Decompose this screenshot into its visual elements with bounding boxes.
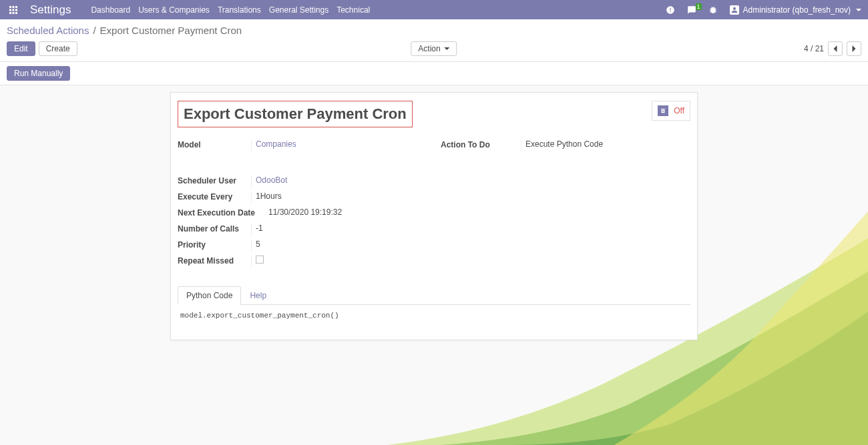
python-code: model.export_customer_payment_cron() bbox=[178, 305, 690, 326]
top-nav: Settings Dashboard Users & Companies Tra… bbox=[0, 0, 868, 19]
svg-rect-0 bbox=[9, 6, 11, 8]
svg-rect-3 bbox=[9, 9, 11, 11]
action-label: Action bbox=[418, 44, 440, 53]
app-title[interactable]: Settings bbox=[30, 3, 71, 17]
pager-text: 4 / 21 bbox=[804, 44, 824, 53]
pager-prev[interactable] bbox=[828, 41, 843, 56]
status-bar: Run Manually bbox=[0, 62, 868, 85]
svg-rect-1 bbox=[13, 6, 15, 8]
control-bar: Scheduled Actions / Export Customer Paym… bbox=[0, 19, 868, 62]
create-button[interactable]: Create bbox=[39, 41, 77, 56]
label-execute-every: Execute Every bbox=[178, 191, 251, 201]
nav-links: Dashboard Users & Companies Translations… bbox=[91, 5, 370, 15]
svg-rect-7 bbox=[13, 12, 15, 14]
tabs: Python Code Help bbox=[178, 286, 690, 305]
user-label: Administrator (qbo_fresh_nov) bbox=[743, 5, 851, 15]
value-priority: 5 bbox=[251, 240, 690, 252]
edit-button[interactable]: Edit bbox=[7, 41, 35, 56]
svg-rect-6 bbox=[9, 12, 11, 14]
caret-down-icon bbox=[856, 9, 861, 11]
label-model: Model bbox=[178, 139, 251, 149]
apps-icon[interactable] bbox=[7, 3, 20, 17]
user-menu[interactable]: Administrator (qbo_fresh_nov) bbox=[730, 5, 861, 15]
top-right: 1 Administrator (qbo_fresh_nov) bbox=[666, 5, 861, 15]
label-num-calls: Number of Calls bbox=[178, 224, 251, 234]
run-manually-button[interactable]: Run Manually bbox=[7, 66, 70, 81]
nav-technical[interactable]: Technical bbox=[337, 5, 370, 15]
breadcrumb-sep: / bbox=[93, 25, 95, 36]
nav-general-settings[interactable]: General Settings bbox=[269, 5, 329, 15]
label-scheduler-user: Scheduler User bbox=[178, 175, 251, 185]
debug-icon[interactable] bbox=[708, 5, 718, 15]
repeat-missed-checkbox[interactable] bbox=[256, 256, 264, 264]
breadcrumb-link[interactable]: Scheduled Actions bbox=[7, 25, 89, 36]
svg-rect-5 bbox=[15, 9, 17, 11]
nav-dashboard[interactable]: Dashboard bbox=[91, 5, 130, 15]
value-execute-every: 1Hours bbox=[251, 191, 690, 203]
svg-rect-4 bbox=[13, 9, 15, 11]
value-num-calls: -1 bbox=[251, 224, 690, 236]
nav-users-companies[interactable]: Users & Companies bbox=[138, 5, 210, 15]
messaging-badge: 1 bbox=[696, 3, 702, 10]
label-priority: Priority bbox=[178, 240, 251, 250]
tab-help[interactable]: Help bbox=[241, 286, 275, 304]
user-avatar-icon bbox=[730, 5, 739, 15]
record-title: Export Customer Payment Cron bbox=[184, 105, 407, 123]
pager-next[interactable] bbox=[847, 41, 861, 56]
label-action-to-do: Action To Do bbox=[441, 139, 521, 149]
value-model[interactable]: Companies bbox=[251, 139, 427, 151]
label-next-exec: Next Execution Date bbox=[178, 207, 264, 217]
value-action-to-do: Execute Python Code bbox=[521, 139, 690, 151]
value-repeat-missed bbox=[251, 256, 690, 268]
svg-rect-2 bbox=[15, 6, 17, 8]
nav-translations[interactable]: Translations bbox=[218, 5, 261, 15]
tab-python-code[interactable]: Python Code bbox=[178, 286, 241, 305]
activity-icon[interactable] bbox=[666, 5, 675, 15]
messaging-icon[interactable]: 1 bbox=[687, 5, 696, 15]
value-next-exec: 11/30/2020 19:19:32 bbox=[264, 207, 690, 219]
breadcrumb-current: Export Customer Payment Cron bbox=[100, 25, 242, 36]
label-repeat-missed: Repeat Missed bbox=[178, 256, 251, 266]
active-toggle[interactable]: Off bbox=[652, 101, 690, 121]
action-dropdown[interactable]: Action bbox=[411, 41, 457, 56]
toggle-label: Off bbox=[674, 106, 684, 115]
record-title-highlight: Export Customer Payment Cron bbox=[178, 101, 413, 127]
caret-down-icon bbox=[445, 47, 450, 50]
value-scheduler-user[interactable]: OdooBot bbox=[251, 175, 690, 187]
archive-icon bbox=[658, 105, 668, 116]
form-sheet: Export Customer Payment Cron Off Model C… bbox=[170, 92, 698, 340]
breadcrumb: Scheduled Actions / Export Customer Paym… bbox=[7, 25, 242, 36]
svg-rect-8 bbox=[15, 12, 17, 14]
